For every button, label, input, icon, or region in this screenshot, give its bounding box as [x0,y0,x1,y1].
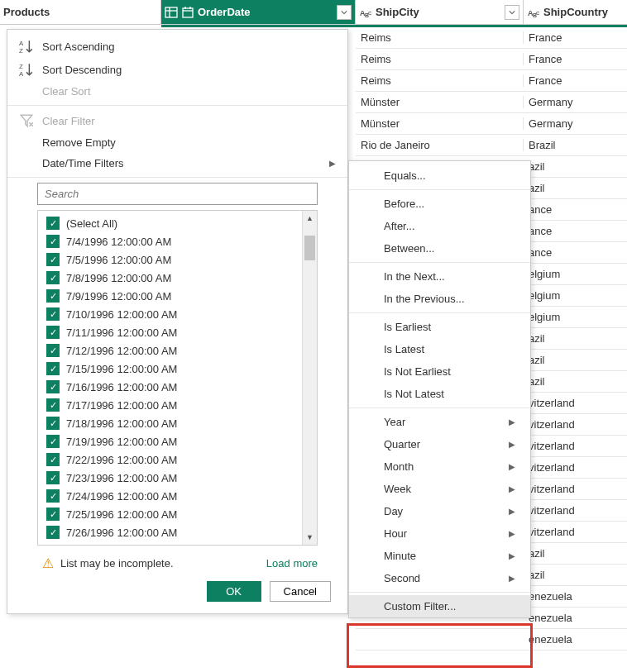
value-item[interactable]: ✓7/23/1996 12:00:00 AM [38,469,302,487]
checkbox-icon[interactable]: ✓ [46,271,60,284]
checkbox-icon[interactable]: ✓ [46,326,60,339]
checkbox-icon[interactable]: ✓ [46,217,60,230]
checkbox-icon[interactable]: ✓ [46,453,60,466]
submenu-quarter[interactable]: Quarter▶ [349,433,530,455]
submenu-custom-filter[interactable]: Custom Filter... [349,595,530,617]
checkbox-icon[interactable]: ✓ [46,526,60,539]
search-input[interactable] [38,183,317,204]
submenu-minute[interactable]: Minute▶ [349,545,530,567]
column-header-shipcountry[interactable]: ABC ShipCountry [524,0,627,24]
sort-ascending-item[interactable]: AZ Sort Ascending [7,35,347,58]
checkbox-icon[interactable]: ✓ [46,344,60,357]
submenu-is-earliest[interactable]: Is Earliest [349,316,530,338]
table-row[interactable]: MünsterGermany [356,113,627,135]
submenu-arrow-icon: ▶ [509,440,515,449]
submenu-arrow-icon: ▶ [509,507,515,516]
value-item[interactable]: ✓7/8/1996 12:00:00 AM [38,269,302,287]
submenu-day[interactable]: Day▶ [349,500,530,522]
value-item[interactable]: ✓7/12/1996 12:00:00 AM [38,341,302,360]
search-box [37,183,318,205]
submenu-hour[interactable]: Hour▶ [349,522,530,545]
column-header-orderdate[interactable]: OrderDate [161,0,356,24]
table-row[interactable]: ReimsFrance [356,27,627,49]
menu-label: Sort Ascending [42,41,114,53]
sort-descending-item[interactable]: ZA Sort Descending [7,58,347,81]
value-item[interactable]: ✓7/24/1996 12:00:00 AM [38,487,302,505]
value-label: 7/23/1996 12:00:00 AM [66,472,177,484]
scroll-down-icon[interactable]: ▼ [303,530,317,545]
separator [7,105,347,106]
value-item[interactable]: ✓(Select All) [38,214,302,232]
cell-shipcountry: azil [524,354,627,366]
submenu-year[interactable]: Year▶ [349,411,530,433]
menu-label: Week [384,483,411,495]
checkbox-icon[interactable]: ✓ [46,489,60,503]
value-item[interactable]: ✓7/19/1996 12:00:00 AM [38,432,302,450]
cell-shipcountry: Germany [524,96,627,108]
submenu-is-not-latest[interactable]: Is Not Latest [349,383,530,405]
submenu-in-next[interactable]: In the Next... [349,265,530,288]
menu-label: Sort Descending [42,64,122,76]
svg-rect-3 [183,8,193,17]
submenu-arrow-icon: ▶ [509,574,515,583]
scrollbar[interactable]: ▲ ▼ [302,211,317,545]
checkbox-icon[interactable]: ✓ [46,435,60,448]
value-item[interactable]: ✓7/9/1996 12:00:00 AM [38,287,302,305]
checkbox-icon[interactable]: ✓ [46,253,60,266]
column-header-shipcity[interactable]: ABC ShipCity [356,0,524,24]
submenu-is-latest[interactable]: Is Latest [349,338,530,360]
checkbox-icon[interactable]: ✓ [46,307,60,321]
submenu-week[interactable]: Week▶ [349,478,530,500]
checkbox-icon[interactable]: ✓ [46,380,60,393]
table-row[interactable]: MünsterGermany [356,92,627,113]
separator [349,407,530,408]
submenu-after[interactable]: After... [349,215,530,237]
value-item[interactable]: ✓7/4/1996 12:00:00 AM [38,232,302,250]
submenu-before[interactable]: Before... [349,193,530,215]
menu-label: Hour [384,527,407,540]
value-item[interactable]: ✓7/11/1996 12:00:00 AM [38,323,302,341]
value-item[interactable]: ✓7/5/1996 12:00:00 AM [38,250,302,269]
scroll-thumb[interactable] [304,236,315,260]
checkbox-icon[interactable]: ✓ [46,362,60,375]
checkbox-icon[interactable]: ✓ [46,471,60,484]
value-item[interactable]: ✓7/18/1996 12:00:00 AM [38,414,302,432]
table-row[interactable]: enezuela [356,629,627,651]
cell-shipcity: Rio de Janeiro [356,139,524,151]
value-item[interactable]: ✓7/15/1996 12:00:00 AM [38,360,302,378]
value-label: 7/4/1996 12:00:00 AM [66,236,171,248]
table-row[interactable]: ReimsFrance [356,70,627,92]
submenu-is-not-earliest[interactable]: Is Not Earliest [349,360,530,383]
cancel-button[interactable]: Cancel [270,581,331,602]
column-header-products[interactable]: Products [0,0,161,24]
cell-shipcountry: azil [524,182,627,194]
values-list[interactable]: ✓(Select All)✓7/4/1996 12:00:00 AM✓7/5/1… [38,211,302,545]
value-item[interactable]: ✓7/26/1996 12:00:00 AM [38,523,302,541]
table-row[interactable]: Rio de JaneiroBrazil [356,135,627,156]
value-label: 7/5/1996 12:00:00 AM [66,254,171,266]
value-item[interactable]: ✓7/16/1996 12:00:00 AM [38,378,302,396]
dropdown-button[interactable] [337,5,352,20]
value-item[interactable]: ✓7/25/1996 12:00:00 AM [38,505,302,523]
checkbox-icon[interactable]: ✓ [46,417,60,430]
ok-button[interactable]: OK [207,581,261,602]
submenu-in-previous[interactable]: In the Previous... [349,288,530,310]
dropdown-button[interactable] [505,5,519,20]
checkbox-icon[interactable]: ✓ [46,508,60,521]
remove-empty-item[interactable]: Remove Empty [7,132,347,153]
value-item[interactable]: ✓7/22/1996 12:00:00 AM [38,450,302,469]
cell-shipcountry: azil [524,160,627,173]
submenu-equals[interactable]: Equals... [349,164,530,187]
value-item[interactable]: ✓7/10/1996 12:00:00 AM [38,305,302,323]
checkbox-icon[interactable]: ✓ [46,398,60,412]
value-item[interactable]: ✓7/17/1996 12:00:00 AM [38,396,302,414]
submenu-second[interactable]: Second▶ [349,567,530,589]
submenu-between[interactable]: Between... [349,237,530,260]
checkbox-icon[interactable]: ✓ [46,235,60,248]
table-row[interactable]: ReimsFrance [356,49,627,70]
load-more-link[interactable]: Load more [266,557,318,570]
scroll-up-icon[interactable]: ▲ [303,211,317,226]
submenu-month[interactable]: Month▶ [349,455,530,478]
checkbox-icon[interactable]: ✓ [46,289,60,303]
datetime-filters-item[interactable]: Date/Time Filters ▶ [7,153,347,174]
